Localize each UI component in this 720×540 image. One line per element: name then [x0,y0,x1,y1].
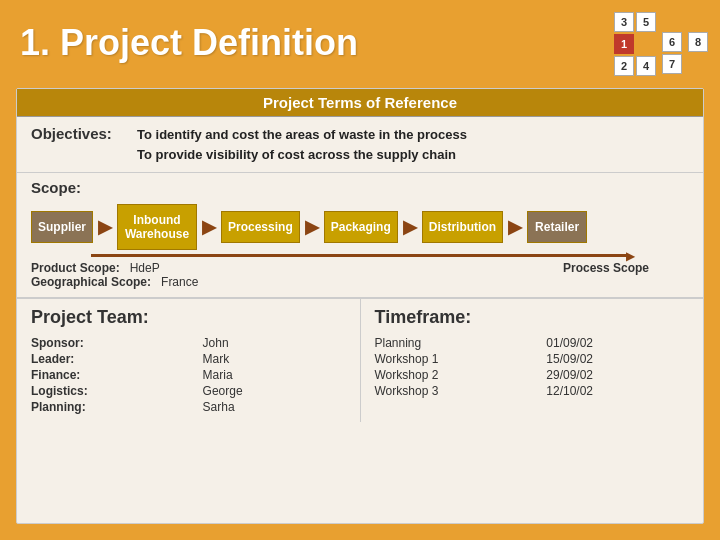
arrow-4: ▶ [398,220,422,234]
tf-value-workshop3: 12/10/02 [546,384,689,398]
tf-value-workshop2: 29/09/02 [546,368,689,382]
arrow-1: ▶ [93,220,117,234]
team-label-planning: Planning: [31,400,191,414]
team-value-finance: Maria [203,368,346,382]
tf-value-workshop1: 15/09/02 [546,352,689,366]
num-box-6: 6 [662,32,682,52]
tf-label-workshop2: Workshop 2 [375,368,535,382]
objectives-text: To identify and cost the areas of waste … [137,125,467,164]
process-step-retailer: Retailer [527,211,587,243]
arrow-5: ▶ [503,220,527,234]
timeframe-grid: Planning 01/09/02 Workshop 1 15/09/02 Wo… [375,336,690,398]
num-box-5: 5 [636,12,656,32]
process-step-supplier: Supplier [31,211,93,243]
section-header: Project Terms of Reference [17,89,703,117]
tf-value-planning: 01/09/02 [546,336,689,350]
num-box-8: 8 [688,32,708,52]
team-value-logistics: George [203,384,346,398]
num-box-2: 2 [614,56,634,76]
page-title: 1. Project Definition [20,22,358,64]
objectives-label: Objectives: [31,125,121,142]
process-step-distribution: Distribution [422,211,503,243]
scope-label: Scope: [31,179,689,196]
scope-section: Scope: Supplier ▶ InboundWarehouse ▶ Pro… [17,173,703,298]
process-scope-arrow: ▶ [91,254,629,257]
tf-label-workshop1: Workshop 1 [375,352,535,366]
process-step-packaging: Packaging [324,211,398,243]
product-scope-label: Product Scope: [31,261,120,275]
num-box-3: 3 [614,12,634,32]
timeframe-title: Timeframe: [375,307,690,328]
process-step-inbound: InboundWarehouse [117,204,197,250]
team-grid: Sponsor: John Leader: Mark Finance: Mari… [31,336,346,414]
num-box-1: 1 [614,34,634,54]
scope-left: Product Scope: HdeP Geographical Scope: … [31,261,198,289]
arrow-2: ▶ [197,220,221,234]
geo-scope-value: France [161,275,198,289]
team-value-planning: Sarha [203,400,346,414]
team-title: Project Team: [31,307,346,328]
team-label-finance: Finance: [31,368,191,382]
team-label-sponsor: Sponsor: [31,336,191,350]
process-flow: Supplier ▶ InboundWarehouse ▶ Processing… [31,204,689,250]
geo-scope-label: Geographical Scope: [31,275,151,289]
tf-label-planning: Planning [375,336,535,350]
scope-desc-row: Product Scope: HdeP Geographical Scope: … [31,259,689,293]
arrow-3: ▶ [300,220,324,234]
main-card: Project Terms of Reference Objectives: T… [16,88,704,524]
objectives-line1: To identify and cost the areas of waste … [137,125,467,145]
num-box-7: 7 [662,54,682,74]
product-scope-value: HdeP [130,261,160,275]
team-value-sponsor: John [203,336,346,350]
team-section: Project Team: Sponsor: John Leader: Mark… [17,299,361,422]
bottom-section: Project Team: Sponsor: John Leader: Mark… [17,298,703,422]
team-label-leader: Leader: [31,352,191,366]
number-boxes: 3 5 1 2 4 6 7 8 [614,12,708,76]
num-box-4: 4 [636,56,656,76]
team-label-logistics: Logistics: [31,384,191,398]
tf-label-workshop3: Workshop 3 [375,384,535,398]
objectives-line2: To provide visibility of cost across the… [137,145,467,165]
team-value-leader: Mark [203,352,346,366]
product-scope: Product Scope: HdeP [31,261,198,275]
timeframe-section: Timeframe: Planning 01/09/02 Workshop 1 … [361,299,704,422]
objectives-section: Objectives: To identify and cost the are… [17,117,703,173]
geo-scope: Geographical Scope: France [31,275,198,289]
process-scope-label: Process Scope [563,261,649,275]
process-step-processing: Processing [221,211,300,243]
